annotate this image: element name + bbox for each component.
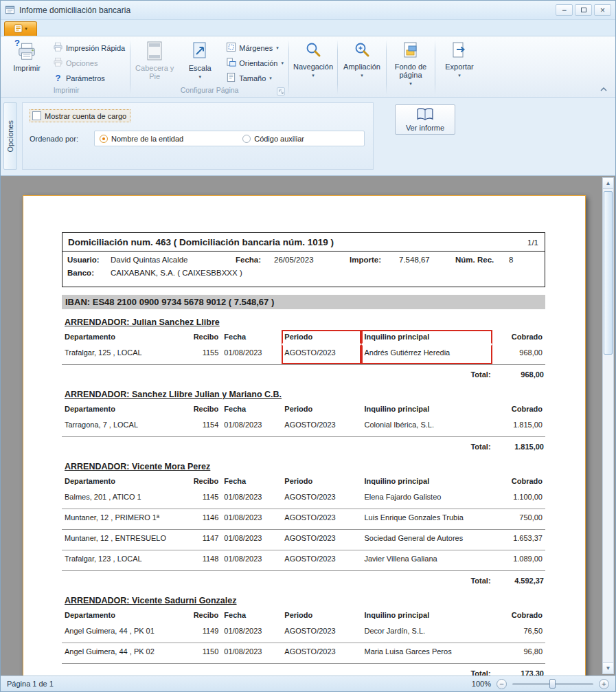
col-header-departamento: Departamento [62,330,183,344]
cell-recibo: 1147 [183,530,221,550]
mostrar-cuenta-checkbox[interactable]: Mostrar cuenta de cargo [30,109,130,122]
col-header-periodo: Periodo [282,402,361,416]
page-indicator: 1/1 [527,238,538,247]
cell-cobrado: 750,00 [492,509,545,529]
impresion-rapida-label: Impresión Rápida [66,44,125,52]
ampliacion-dropdown-icon: ▾ [361,71,363,80]
scrollbar-thumb[interactable] [604,191,613,355]
cell-fecha: 01/08/2023 [221,623,282,643]
minimize-button[interactable]: − [556,4,573,16]
impresion-rapida-button[interactable]: Impresión Rápida [50,41,128,54]
exportar-button[interactable]: Exportar ▾ [437,38,481,85]
orientacion-dropdown-icon: ▾ [281,60,284,66]
imprimir-button[interactable]: ? Imprimir [5,38,49,85]
iban-band: IBAN: ES48 2100 0900 9734 5678 9012 ( 7.… [62,295,545,309]
dialog-launcher-button[interactable] [277,87,285,96]
restore-button[interactable] [575,4,592,16]
total-value: 173,30 [492,664,545,676]
page-info: Página 1 de 1 [7,680,54,688]
cell-recibo: 1150 [183,643,221,663]
cell-cobrado: 96,80 [492,643,545,663]
zoom-magnifier-icon [353,41,371,60]
fecha-label: Fecha: [236,256,261,264]
zoom-out-icon: − [499,680,503,688]
col-header-fecha: Fecha [221,608,282,623]
col-header-periodo: Periodo [282,474,361,489]
ampliacion-button[interactable]: Ampliación ▾ [340,38,384,85]
parametros-button[interactable]: ? Parámetros [50,71,128,85]
tamano-button[interactable]: Tamaño ▾ [223,71,286,85]
margenes-button[interactable]: Márgenes ▾ [223,41,286,54]
col-header-departamento: Departamento [62,608,183,623]
opciones-tab-label: Opciones [6,120,14,152]
col-header-inquilino: Inquilino principal [361,402,492,416]
orientacion-button[interactable]: Orientación ▾ [223,56,286,69]
fondo-de-pagina-button[interactable]: Fondo de página ▾ [389,38,433,89]
page-background-icon [402,41,419,60]
sort-radio-group: Nombre de la entidad Código auxiliar [94,131,365,146]
table-row: Muntaner, 12 , PRIMERO 1ª 1146 01/08/202… [62,509,545,529]
open-book-icon [416,107,434,122]
export-icon [451,41,468,60]
cell-recibo: 1145 [183,489,221,509]
cell-recibo: 1154 [183,416,221,436]
zoom-slider-thumb[interactable] [549,679,556,689]
navegacion-button[interactable]: Navegación ▾ [291,38,335,85]
zoom-in-button[interactable]: + [599,679,609,689]
window-title: Informe domiciliación bancaria [19,5,130,15]
page-size-icon [226,72,236,84]
margenes-dropdown-icon: ▾ [276,45,279,51]
table-header-row: Departamento Recibo Fecha Periodo Inquil… [62,402,545,416]
cell-cobrado: 1.653,37 [492,530,545,550]
ribbon-separator [130,40,130,95]
report-section: ARRENDADOR: Vicente Sadurni Gonzalez Dep… [62,596,545,676]
scroll-down-button[interactable]: ▼ [603,662,613,673]
fecha-value: 26/05/2023 [274,256,314,264]
ribbon-group-imprimir: ? Imprimir Impresión Rápida [3,38,129,97]
scroll-up-button[interactable]: ▲ [603,178,613,189]
group-label-empty [389,86,433,97]
ribbon-group-configurar-pagina: Cabecera y Pie Escala ▾ Márgenes [131,38,288,97]
escala-button[interactable]: Escala ▾ [178,38,222,85]
parametros-label: Parámetros [66,74,105,82]
zoom-controls: 100% − + [472,679,609,689]
radio-codigo-auxiliar[interactable]: Código auxiliar [242,135,304,143]
report-table: Departamento Recibo Fecha Periodo Inquil… [62,474,545,588]
group-label-configurar-pagina: Configurar Página [133,86,286,97]
cell-periodo-highlighted: AGOSTO/2023 [282,344,361,364]
col-header-recibo: Recibo [183,330,221,344]
cell-periodo: AGOSTO/2023 [282,489,361,509]
col-header-departamento: Departamento [62,474,183,489]
ver-informe-button[interactable]: Ver informe [395,104,455,135]
cell-fecha: 01/08/2023 [221,416,282,436]
radio-nombre-entidad[interactable]: Nombre de la entidad [100,135,183,143]
col-header-cobrado: Cobrado [492,474,545,489]
ribbon-separator [337,40,338,95]
report-preview-area: Domiciliación num. 463 ( Domiciliación b… [1,176,615,676]
zoom-slider[interactable] [512,683,593,685]
zoom-out-button[interactable]: − [497,679,507,689]
vertical-scrollbar[interactable]: ▲ ▼ [602,177,614,674]
header-footer-icon [146,41,163,62]
mostrar-cuenta-label: Mostrar cuenta de cargo [45,112,126,120]
file-menu-button[interactable]: ▾ [4,21,37,36]
group-label-empty [437,86,481,97]
escala-dropdown-icon: ▾ [198,73,201,81]
report-section: ARRENDADOR: Vicente Mora Perez Departame… [62,462,545,588]
tab-opciones[interactable]: Opciones [3,102,17,170]
cell-departamento: Muntaner, 12 , ENTRESUELO [62,530,183,550]
col-header-periodo: Periodo [282,608,361,623]
cell-recibo: 1146 [183,509,221,529]
table-row: Trafalgar, 123 , LOCAL 1148 01/08/2023 A… [62,550,545,570]
ribbon-group-ampliacion: Ampliación ▾ [339,38,385,97]
total-label: Total: [62,365,492,381]
close-button[interactable]: × [594,4,611,16]
importe-value: 7.548,67 [399,256,430,264]
close-icon: × [600,6,605,14]
report-info-row: Usuario: David Quintas Alcalde Fecha: 26… [62,254,545,267]
col-header-fecha: Fecha [221,330,282,344]
report-info-row: Banco: CAIXABANK, S.A. ( CAIXESBBXXX ) [62,267,545,280]
importe-label: Importe: [350,256,381,264]
collapse-ribbon-button[interactable] [597,85,610,94]
group-label-imprimir: Imprimir [5,86,128,97]
